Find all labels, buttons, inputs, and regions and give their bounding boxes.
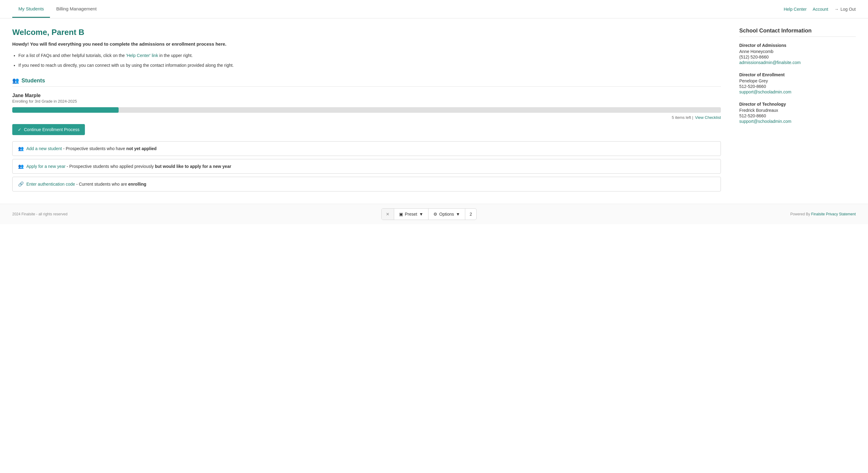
checklist-row: 5 items left | View Checklist [12, 115, 721, 120]
continue-enrollment-button[interactable]: ✓ Continue Enrollment Process [12, 124, 85, 135]
checkbox-icon: ✓ [18, 127, 22, 132]
auth-icon: 🔗 [18, 181, 24, 187]
footer-close-button[interactable]: ✕ [381, 209, 394, 220]
students-section: 👥 Students Jane Marple Enrolling for 3rd… [12, 77, 721, 191]
progress-bar-container [12, 107, 721, 113]
contact-enrollment: Director of Enrollment Penelope Grey 512… [739, 72, 856, 94]
auth-code-item: 🔗 Enter authentication code - Current st… [12, 177, 721, 191]
contact-technology: Director of Technology Fredrick Borudrea… [739, 102, 856, 124]
contact-title: School Contact Information [739, 28, 856, 34]
add-new-student-item: 👥 Add a new student - Prospective studen… [12, 141, 721, 156]
auth-code-link[interactable]: Enter authentication code [26, 182, 75, 187]
preset-label: Preset [405, 212, 417, 217]
students-divider [12, 86, 721, 87]
action-items: 👥 Add a new student - Prospective studen… [12, 141, 721, 191]
welcome-list-item-2: If you need to reach us directly, you ca… [19, 62, 721, 69]
footer-powered-by: Powered By Finalsite Privacy Statement [790, 212, 856, 216]
auth-text: - Current students who are [76, 182, 128, 187]
apply-content: Apply for a new year - Prospective stude… [26, 164, 231, 169]
footer-toolbar: ✕ ▣ Preset ▼ ⚙ Options ▼ 2 [381, 208, 476, 220]
students-label: Students [22, 77, 45, 84]
progress-row [12, 107, 721, 113]
progress-bar-fill [12, 107, 119, 113]
footer-page-number: 2 [465, 209, 476, 220]
view-checklist-link[interactable]: View Checklist [695, 115, 721, 120]
help-center-link[interactable]: Help Center [784, 7, 807, 12]
preset-chevron-icon: ▼ [419, 212, 423, 217]
welcome-intro: Howdy! You will find everything you need… [12, 41, 721, 48]
welcome-list: For a list of FAQs and other helpful tut… [19, 52, 721, 69]
main-content: Welcome, Parent B Howdy! You will find e… [0, 19, 868, 204]
privacy-statement-link[interactable]: Privacy Statement [826, 212, 856, 216]
account-link[interactable]: Account [813, 7, 829, 12]
contact-email-2[interactable]: support@schooladmin.com [739, 90, 792, 94]
contact-phone-3: 512-520-8660 [739, 113, 856, 118]
student-card: Jane Marple Enrolling for 3rd Grade in 2… [12, 93, 721, 135]
logout-icon: → [834, 7, 839, 12]
tab-my-students[interactable]: My Students [12, 1, 50, 18]
student-name: Jane Marple [12, 93, 721, 98]
add-student-text: - Prospective students who have [63, 146, 126, 151]
footer-options-button[interactable]: ⚙ Options ▼ [429, 209, 465, 220]
logout-button[interactable]: → Log Out [834, 7, 856, 12]
add-new-student-link[interactable]: Add a new student [26, 146, 62, 151]
bullet-text-1: For a list of FAQs and other helpful tut… [19, 53, 126, 58]
add-student-bold: not yet applied [126, 146, 157, 151]
contact-email-1[interactable]: admissionsadmin@finalsite.com [739, 60, 801, 65]
items-left: 5 items left | [672, 115, 693, 120]
contact-admissions: Director of Admissions Anne Honeycomb (5… [739, 43, 856, 65]
contact-divider [739, 36, 856, 37]
add-student-content: Add a new student - Prospective students… [26, 146, 157, 151]
apply-text: - Prospective students who applied previ… [67, 164, 155, 169]
help-center-inline-link[interactable]: 'Help Center' link [126, 53, 158, 58]
continue-btn-label: Continue Enrollment Process [24, 127, 80, 132]
auth-bold: enrolling [128, 182, 146, 187]
finalsite-link[interactable]: Finalsite [811, 212, 825, 216]
contact-phone-1: (512) 520-8660 [739, 55, 856, 59]
contact-email-3[interactable]: support@schooladmin.com [739, 119, 792, 124]
header: My Students Billing Management Help Cent… [0, 0, 868, 19]
logout-label: Log Out [840, 7, 856, 12]
bullet-text-2: If you need to reach us directly, you ca… [19, 63, 234, 68]
contact-role-1: Director of Admissions [739, 43, 856, 48]
content-left: Welcome, Parent B Howdy! You will find e… [12, 28, 721, 194]
add-student-icon: 👥 [18, 146, 24, 151]
apply-new-year-item: 👥 Apply for a new year - Prospective stu… [12, 159, 721, 174]
auth-content: Enter authentication code - Current stud… [26, 182, 146, 187]
close-icon: ✕ [386, 212, 390, 217]
welcome-list-item-1: For a list of FAQs and other helpful tut… [19, 52, 721, 59]
student-sub: Enrolling for 3rd Grade in 2024-2025 [12, 99, 721, 103]
footer-copyright: 2024 Finalsite - all rights reserved [12, 212, 67, 216]
students-icon: 👥 [12, 77, 19, 84]
nav-tabs: My Students Billing Management [12, 1, 103, 18]
tab-billing-management[interactable]: Billing Management [50, 1, 103, 18]
bullet-text-1-after: in the upper right. [159, 53, 193, 58]
contact-name-1: Anne Honeycomb [739, 49, 856, 54]
contact-role-3: Director of Technology [739, 102, 856, 106]
gear-icon: ⚙ [433, 212, 437, 217]
options-label: Options [439, 212, 454, 217]
welcome-section: Welcome, Parent B Howdy! You will find e… [12, 28, 721, 69]
options-chevron-icon: ▼ [456, 212, 460, 217]
welcome-title: Welcome, Parent B [12, 28, 721, 37]
apply-bold: but would like to apply for a new year [155, 164, 231, 169]
contact-name-2: Penelope Grey [739, 78, 856, 83]
apply-icon: 👥 [18, 164, 24, 169]
content-right: School Contact Information Director of A… [739, 28, 856, 194]
preset-icon: ▣ [399, 212, 403, 217]
contact-role-2: Director of Enrollment [739, 72, 856, 77]
header-right: Help Center Account → Log Out [784, 7, 856, 12]
footer-preset-button[interactable]: ▣ Preset ▼ [394, 209, 429, 220]
contact-name-3: Fredrick Borudreaux [739, 108, 856, 113]
powered-by-text: Powered By [790, 212, 810, 216]
apply-new-year-link[interactable]: Apply for a new year [26, 164, 66, 169]
contact-phone-2: 512-520-8660 [739, 84, 856, 89]
footer: 2024 Finalsite - all rights reserved ✕ ▣… [0, 204, 868, 224]
students-title: 👥 Students [12, 77, 721, 84]
